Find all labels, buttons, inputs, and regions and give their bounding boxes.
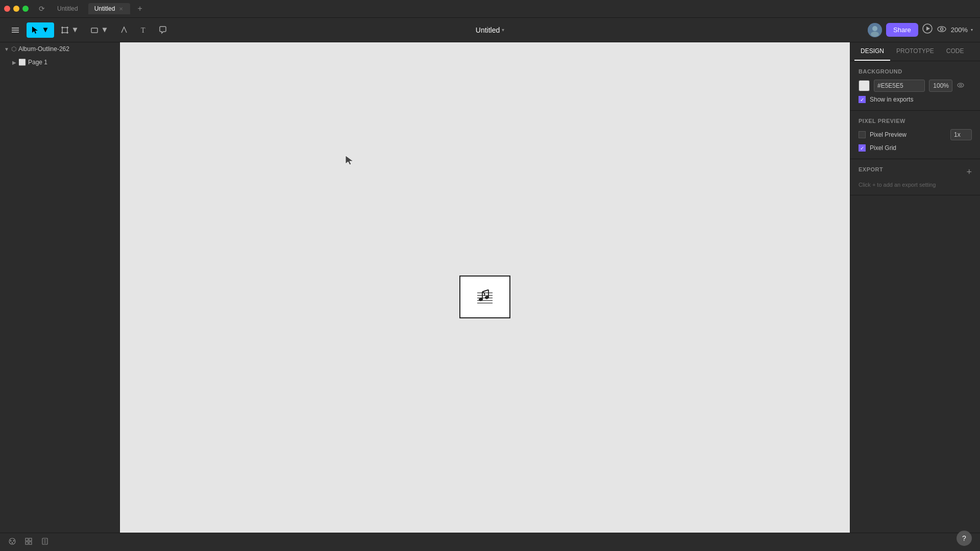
pixel-preview-checkbox[interactable] bbox=[859, 131, 866, 138]
svg-rect-0 bbox=[12, 28, 19, 29]
pixel-preview-scale-input[interactable] bbox=[950, 129, 972, 140]
preview-button[interactable] bbox=[937, 24, 947, 36]
show-in-exports-checkbox[interactable]: ✓ bbox=[859, 96, 866, 103]
tab-design-label: DESIGN bbox=[861, 47, 884, 55]
tab-active-label: Untitled bbox=[94, 5, 115, 12]
layer-page-row[interactable]: ▶ ⬜ Page 1 bbox=[0, 56, 119, 69]
community-button[interactable] bbox=[6, 535, 18, 549]
background-section: BACKGROUND ✓ Show in exports bbox=[850, 61, 980, 111]
export-hint: Click + to add an export setting bbox=[859, 182, 972, 188]
album-icon-container bbox=[459, 276, 510, 318]
avatar bbox=[868, 23, 882, 37]
show-in-exports-row: ✓ Show in exports bbox=[859, 96, 972, 103]
svg-line-36 bbox=[482, 290, 488, 292]
root-chevron-icon: ▼ bbox=[4, 46, 9, 52]
text-icon: T bbox=[139, 26, 148, 35]
layer-root-name: Album-Outline-262 bbox=[18, 45, 69, 53]
tab-active[interactable]: Untitled ✕ bbox=[88, 3, 131, 14]
select-tool-button[interactable] bbox=[27, 22, 54, 38]
toolbar: T Untitled ▾ Share bbox=[0, 18, 980, 42]
help-button[interactable]: ? bbox=[957, 531, 972, 546]
pixel-grid-row: ✓ Pixel Grid bbox=[859, 144, 972, 152]
tab-inactive-label: Untitled bbox=[57, 5, 78, 12]
svg-marker-16 bbox=[103, 28, 107, 32]
frame-tool-button[interactable] bbox=[56, 22, 84, 38]
svg-rect-45 bbox=[26, 542, 28, 544]
layer-component-icon: ⬡ bbox=[11, 45, 16, 53]
text-tool-button[interactable]: T bbox=[135, 22, 152, 38]
album-icon bbox=[468, 283, 502, 311]
bg-visibility-button[interactable] bbox=[957, 81, 965, 91]
avatar-image bbox=[868, 23, 882, 37]
file-title[interactable]: Untitled ▾ bbox=[472, 24, 508, 36]
bg-opacity-input[interactable] bbox=[929, 80, 952, 92]
toolbar-right: Share 200% bbox=[508, 23, 974, 37]
background-label: BACKGROUND bbox=[859, 68, 972, 74]
svg-point-37 bbox=[958, 83, 964, 87]
svg-point-40 bbox=[10, 540, 12, 542]
svg-text:T: T bbox=[141, 27, 145, 34]
svg-point-38 bbox=[960, 84, 962, 86]
assets-button[interactable] bbox=[22, 535, 35, 549]
main-area: ▼ ⬡ Album-Outline-262 ▶ ⬜ Page 1 bbox=[0, 42, 980, 551]
background-row bbox=[859, 80, 972, 92]
eye-visibility-icon bbox=[957, 81, 965, 89]
bottom-bar: ? bbox=[0, 533, 980, 551]
pixel-preview-row: Pixel Preview bbox=[859, 129, 972, 140]
maximize-traffic-light[interactable] bbox=[22, 6, 29, 12]
pixel-preview-checkbox-label: Pixel Preview bbox=[870, 131, 906, 138]
close-traffic-light[interactable] bbox=[4, 6, 10, 12]
comment-icon bbox=[158, 26, 167, 35]
svg-rect-43 bbox=[26, 538, 28, 541]
bg-color-swatch[interactable] bbox=[859, 80, 870, 91]
tab-code[interactable]: CODE bbox=[940, 42, 970, 61]
tab-code-label: CODE bbox=[946, 47, 964, 55]
left-panel: ▼ ⬡ Album-Outline-262 ▶ ⬜ Page 1 bbox=[0, 42, 120, 551]
page-chevron-icon: ▶ bbox=[12, 60, 16, 65]
svg-point-19 bbox=[872, 26, 877, 31]
tab-prototype[interactable]: PROTOTYPE bbox=[890, 42, 940, 61]
comment-tool-button[interactable] bbox=[154, 22, 172, 38]
frame-icon bbox=[60, 26, 69, 35]
pixel-preview-label: PIXEL PREVIEW bbox=[859, 118, 972, 124]
zoom-level-text: 200% bbox=[951, 26, 968, 34]
svg-point-41 bbox=[13, 540, 15, 542]
svg-rect-15 bbox=[91, 28, 97, 33]
panel-tabs: DESIGN PROTOTYPE CODE bbox=[850, 42, 980, 61]
svg-point-20 bbox=[871, 32, 879, 37]
svg-rect-46 bbox=[29, 542, 32, 544]
svg-marker-4 bbox=[43, 28, 48, 32]
shape-tool-button[interactable] bbox=[86, 22, 113, 38]
layer-root-row[interactable]: ▼ ⬡ Album-Outline-262 bbox=[0, 42, 119, 56]
toolbar-left: T bbox=[6, 22, 472, 38]
tab-close-icon[interactable]: ✕ bbox=[118, 6, 124, 12]
eye-icon bbox=[937, 24, 947, 34]
pages-icon bbox=[41, 537, 49, 545]
add-tab-button[interactable]: + bbox=[134, 3, 145, 14]
layer-page-name: Page 1 bbox=[28, 59, 47, 66]
tab-inactive[interactable]: Untitled bbox=[51, 3, 84, 14]
canvas[interactable] bbox=[120, 42, 850, 551]
export-label: EXPORT bbox=[859, 166, 883, 172]
main-menu-button[interactable] bbox=[6, 22, 24, 38]
bg-color-input[interactable] bbox=[874, 80, 925, 92]
tab-design[interactable]: DESIGN bbox=[854, 42, 890, 61]
svg-marker-25 bbox=[971, 29, 973, 31]
zoom-caret-icon bbox=[970, 28, 974, 32]
minimize-traffic-light[interactable] bbox=[13, 6, 19, 12]
svg-point-24 bbox=[940, 28, 943, 30]
export-add-button[interactable]: + bbox=[966, 167, 972, 178]
zoom-control[interactable]: 200% bbox=[951, 26, 974, 34]
pixel-grid-checkbox[interactable]: ✓ bbox=[859, 144, 866, 152]
play-button[interactable] bbox=[922, 23, 933, 36]
play-icon bbox=[922, 23, 933, 34]
history-button[interactable]: ⟳ bbox=[37, 4, 47, 14]
pages-button[interactable] bbox=[39, 535, 51, 549]
layer-page-icon: ⬜ bbox=[18, 59, 26, 66]
share-button[interactable]: Share bbox=[886, 23, 918, 37]
svg-rect-5 bbox=[62, 28, 67, 33]
svg-marker-3 bbox=[32, 27, 38, 34]
pen-tool-button[interactable] bbox=[115, 22, 133, 38]
select-icon bbox=[31, 26, 40, 35]
pixel-preview-section: PIXEL PREVIEW Pixel Preview ✓ Pixel Grid bbox=[850, 111, 980, 159]
